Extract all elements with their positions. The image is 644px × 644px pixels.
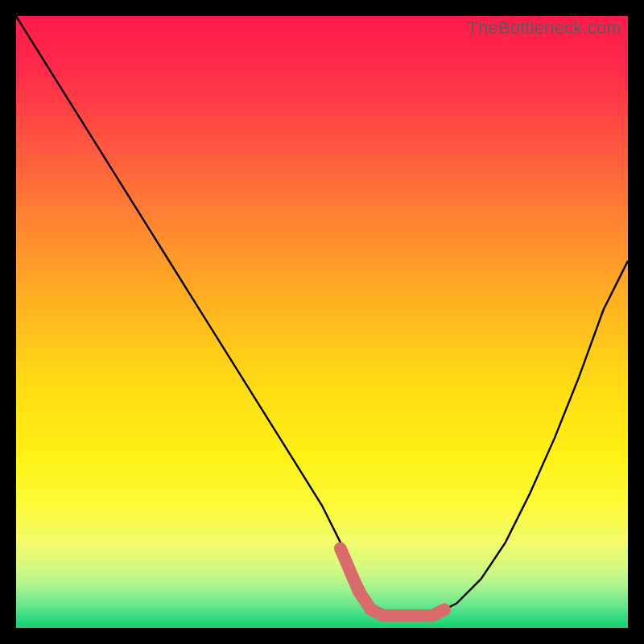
- chart-frame: TheBottleneck.com: [16, 16, 628, 628]
- bottleneck-plot: [16, 16, 628, 628]
- watermark-text: TheBottleneck.com: [467, 18, 621, 39]
- plot-background: [16, 16, 628, 628]
